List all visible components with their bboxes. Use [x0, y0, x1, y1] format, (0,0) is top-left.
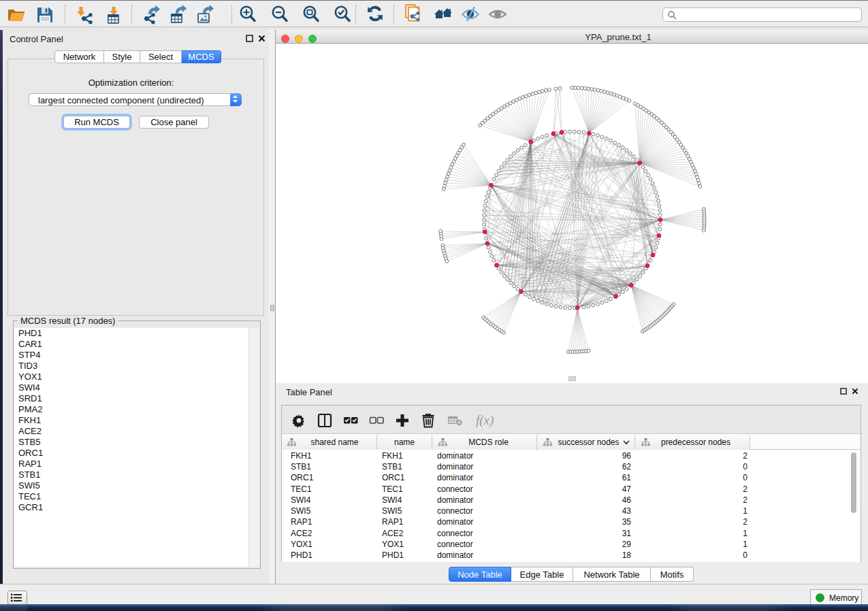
svg-text:f(x): f(x)	[476, 413, 494, 428]
